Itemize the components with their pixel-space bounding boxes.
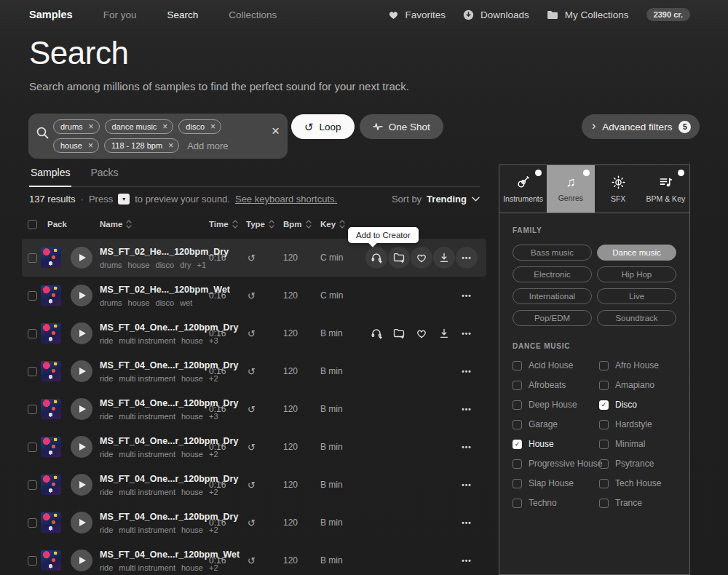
search-box[interactable]: drums×dance music×disco×house×118 - 128 … [28,114,288,159]
sample-tag[interactable]: drums [100,298,122,307]
sample-tag[interactable]: house [181,374,203,383]
sample-tag[interactable]: dry [180,261,191,269]
genre-checkbox-item[interactable]: Hardstyle [599,419,676,429]
remove-tag-icon[interactable]: × [86,140,95,151]
sample-tag[interactable]: multi instrument [119,563,175,572]
play-button[interactable] [71,550,92,571]
sample-name[interactable]: MS_FT_04_One...r_120bpm_Dry [100,436,204,446]
sidebar-tab-instruments[interactable]: Instruments [499,165,547,213]
sample-tag[interactable]: house [181,336,203,345]
sample-tag[interactable]: ride [100,336,113,345]
sort-dropdown[interactable]: Sort by Trending [392,194,480,205]
family-pill[interactable]: Bass music [513,245,592,261]
pack-artwork[interactable] [41,437,61,457]
checkbox[interactable] [599,381,609,390]
keyboard-shortcuts-link[interactable]: See keyboard shortcuts. [235,194,337,205]
sample-tag[interactable]: multi instrument [119,450,175,459]
sample-tag[interactable]: house [128,261,150,269]
row-checkbox[interactable] [28,405,37,414]
search-placeholder[interactable]: Add more [187,140,228,151]
family-pill[interactable]: International [513,288,592,304]
checkbox[interactable] [599,459,609,469]
sample-tag[interactable]: multi instrument [119,526,175,534]
more-options-button[interactable]: ••• [456,322,478,344]
nav-link-collections[interactable]: Collections [229,9,277,20]
genre-checkbox-item[interactable]: Deep House [513,400,599,410]
more-options-button[interactable]: ••• [456,436,478,458]
sample-tag[interactable]: house [181,450,203,459]
sample-name[interactable]: MS_FT_02_He..._120bpm_Dry [100,247,204,257]
checkbox[interactable] [513,420,522,429]
add-to-collection-button[interactable] [388,322,410,344]
genre-checkbox-item[interactable]: Amapiano [599,380,676,390]
genre-checkbox-item[interactable]: Garage [513,419,599,429]
sample-row[interactable]: MS_FT_04_One...r_120bpm_Dry ridemulti in… [22,504,486,542]
sample-name[interactable]: MS_FT_04_One...r_120bpm_Dry [100,322,204,333]
genre-checkbox-item[interactable]: Minimal [599,439,676,449]
tab-samples[interactable]: Samples [29,165,71,187]
favorites-nav[interactable]: Favorites [388,9,446,20]
sidebar-tab-bpm-key[interactable]: BPM & Key [642,165,689,213]
row-checkbox[interactable] [28,480,37,490]
sample-tag[interactable]: ride [100,412,113,421]
more-options-button[interactable]: ••• [456,512,478,534]
header-name[interactable]: Name [100,220,204,229]
sample-tag[interactable]: ride [100,450,113,459]
sample-tag[interactable]: multi instrument [119,488,175,496]
sample-name[interactable]: MS_FT_04_One...r_120bpm_Dry [100,512,204,522]
search-tag[interactable]: house× [53,138,99,153]
family-pill[interactable]: Electronic [513,266,592,282]
row-checkbox[interactable] [28,329,37,338]
row-checkbox[interactable] [28,518,37,528]
checkbox[interactable] [599,499,609,508]
sample-tag[interactable]: wet [180,298,192,307]
sidebar-tab-genres[interactable]: ♫ Genres [547,165,594,213]
sample-row[interactable]: MS_FT_04_One...r_120bpm_Dry ridemulti in… [22,352,486,390]
clear-search-icon[interactable]: × [272,124,280,138]
credits-badge[interactable]: 2390 cr. [646,8,690,21]
family-pill[interactable]: Live [597,288,676,304]
sample-row[interactable]: MS_FT_04_One...r_120bpm_Dry ridemulti in… [22,314,486,352]
add-to-creator-button[interactable] [365,247,387,269]
play-button[interactable] [71,474,92,496]
header-time[interactable]: Time [204,220,241,229]
sample-tag[interactable]: multi instrument [119,412,175,421]
family-pill[interactable]: Hip Hop [597,266,676,282]
sample-row[interactable]: MS_FT_02_He..._120bpm_Wet drumshousedisc… [22,277,486,314]
sample-tag[interactable]: disco [156,298,175,307]
checkbox[interactable] [599,361,609,370]
sample-tag[interactable]: house [181,526,203,534]
more-options-button[interactable]: ••• [456,285,478,306]
sample-tag[interactable]: house [181,563,203,572]
play-button[interactable] [71,322,92,344]
row-checkbox[interactable] [28,291,37,301]
play-button[interactable] [71,512,92,534]
search-tag[interactable]: drums× [53,119,100,134]
search-tag[interactable]: 118 - 128 bpm× [104,138,179,153]
genre-checkbox-item[interactable]: Progressive House [513,459,599,469]
select-all-checkbox[interactable] [28,220,37,229]
genre-checkbox-item[interactable]: Afrobeats [513,380,599,390]
sample-tag[interactable]: drums [100,261,122,269]
genre-checkbox-item[interactable]: Afro House [599,360,676,370]
family-pill[interactable]: Dance music [597,245,676,261]
checkbox[interactable] [513,479,522,488]
download-button[interactable] [433,322,455,344]
sample-tag[interactable]: multi instrument [119,374,175,383]
sample-name[interactable]: MS_FT_04_One...r_120bpm_Dry [100,474,204,484]
remove-tag-icon[interactable]: × [208,122,218,132]
sample-tag[interactable]: ride [100,563,113,572]
remove-tag-icon[interactable]: × [160,122,170,132]
checkbox[interactable] [513,381,522,390]
genre-checkbox-item[interactable]: House [513,439,599,449]
sample-tag[interactable]: house [181,412,203,421]
play-button[interactable] [71,285,92,306]
checkbox[interactable] [599,440,609,449]
checkbox[interactable] [513,361,522,370]
pack-artwork[interactable] [41,323,61,344]
genre-checkbox-item[interactable]: Slap House [513,478,599,488]
pack-artwork[interactable] [41,399,61,419]
play-button[interactable] [71,360,92,382]
nav-link-for-you[interactable]: For you [103,9,137,20]
add-to-creator-button[interactable] [365,322,387,344]
